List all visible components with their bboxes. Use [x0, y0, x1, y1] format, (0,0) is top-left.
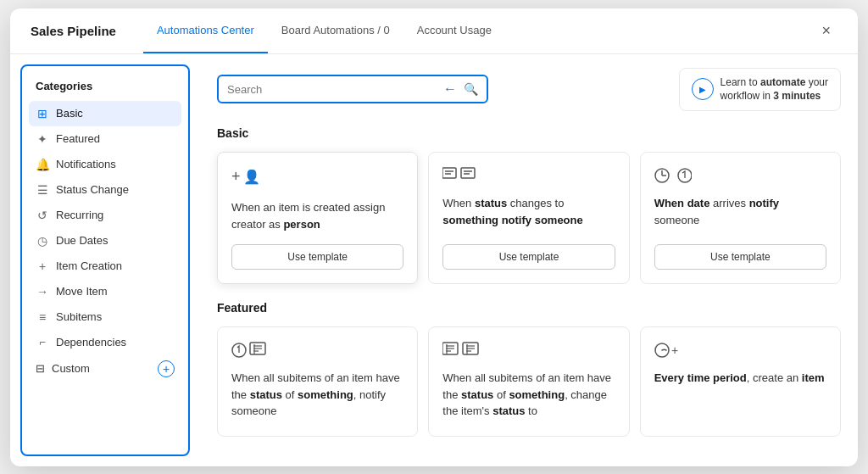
sidebar-item-basic[interactable]: ⊞ Basic — [29, 101, 181, 126]
automation-card-assign-creator[interactable]: + 👤 When an item is created assign creat… — [217, 152, 418, 284]
card-text-feat2: When all subitems of an item have the st… — [442, 370, 615, 420]
search-row: ← 🔍 ▶ Learn to automate yourworkflow in … — [217, 68, 841, 112]
sidebar-item-move-item[interactable]: → Move Item — [29, 279, 181, 304]
learn-box[interactable]: ▶ Learn to automate yourworkflow in 3 mi… — [679, 68, 841, 112]
learn-text: Learn to automate yourworkflow in 3 minu… — [721, 75, 828, 104]
card-icons-feat3: + — [654, 341, 826, 360]
automation-card-time-period[interactable]: + Every time period, create an item — [640, 326, 841, 437]
main-content: ← 🔍 ▶ Learn to automate yourworkflow in … — [200, 54, 858, 466]
svg-text:👤: 👤 — [243, 169, 260, 185]
bell-icon: 🔔 — [36, 158, 49, 171]
modal-header: Sales Pipeline Automations Center Board … — [10, 8, 858, 54]
card-text-date: When date arrives notify someone — [654, 195, 826, 232]
search-input[interactable] — [227, 83, 437, 96]
tabs: Automations Center Board Automations / 0… — [143, 8, 815, 54]
list-icon: ☰ — [36, 183, 49, 197]
use-template-button-3[interactable]: Use template — [654, 244, 826, 270]
sidebar-item-subitems[interactable]: ≡ Subitems — [29, 304, 181, 330]
automation-card-status-notify[interactable]: When status changes to something notify … — [428, 152, 629, 284]
basic-grid: + 👤 When an item is created assign creat… — [217, 152, 841, 284]
featured-grid: When all subitems of an item have the st… — [217, 326, 841, 437]
card-icons-status — [442, 166, 615, 185]
sidebar-item-custom[interactable]: ⊟ Custom + — [29, 354, 181, 383]
card-icons-feat1 — [231, 341, 403, 360]
sidebar-item-due-dates[interactable]: ◷ Due Dates — [29, 228, 181, 254]
subitems-icon: ≡ — [36, 310, 49, 324]
card-text-assign: When an item is created assign creator a… — [231, 199, 403, 232]
play-button[interactable]: ▶ — [692, 78, 714, 100]
sidebar-item-featured[interactable]: ✦ Featured — [29, 126, 181, 152]
plus-icon: + — [36, 259, 49, 273]
svg-text:+: + — [231, 168, 241, 185]
sidebar-item-status-change[interactable]: ☰ Status Change — [29, 177, 181, 203]
automation-card-subitems-notify[interactable]: When all subitems of an item have the st… — [217, 326, 418, 437]
tab-automations-center[interactable]: Automations Center — [143, 8, 268, 54]
tab-account-usage[interactable]: Account Usage — [403, 8, 505, 54]
search-container: ← 🔍 — [217, 75, 488, 103]
modal-title: Sales Pipeline — [31, 24, 116, 38]
recurring-icon: ↺ — [36, 209, 49, 222]
arrow-icon: ← — [443, 81, 457, 97]
svg-rect-5 — [461, 168, 475, 178]
sidebar-item-dependencies[interactable]: ⌐ Dependencies — [29, 330, 181, 354]
modal-body: Categories ⊞ Basic ✦ Featured 🔔 Notifica… — [10, 54, 858, 466]
star-icon: ✦ — [36, 132, 49, 146]
card-icons-feat2 — [442, 341, 615, 360]
tab-board-automations[interactable]: Board Automations / 0 — [268, 8, 403, 54]
arrow-right-icon: → — [36, 285, 49, 298]
use-template-button-1[interactable]: Use template — [231, 244, 403, 270]
svg-rect-2 — [442, 168, 456, 178]
close-button[interactable]: × — [815, 19, 837, 43]
search-icon: 🔍 — [464, 82, 478, 96]
sidebar-item-notifications[interactable]: 🔔 Notifications — [29, 152, 181, 177]
card-text-feat1: When all subitems of an item have the st… — [231, 370, 403, 420]
sidebar-item-recurring[interactable]: ↺ Recurring — [29, 203, 181, 228]
custom-icon: ⊟ — [36, 362, 45, 375]
clock-icon: ◷ — [36, 234, 49, 248]
card-icons-date — [654, 166, 826, 185]
add-custom-button[interactable]: + — [158, 360, 175, 377]
section-label-basic: Basic — [217, 126, 841, 140]
card-text-status: When status changes to something notify … — [442, 195, 615, 232]
dependencies-icon: ⌐ — [36, 336, 49, 349]
section-label-featured: Featured — [217, 301, 841, 315]
card-icons-assign: + 👤 — [231, 166, 403, 189]
grid-icon: ⊞ — [36, 107, 49, 120]
use-template-button-2[interactable]: Use template — [442, 244, 615, 270]
sidebar-item-item-creation[interactable]: + Item Creation — [29, 254, 181, 279]
plus-person-icon: + 👤 — [231, 166, 260, 189]
svg-text:+: + — [671, 343, 678, 357]
sidebar-title: Categories — [29, 80, 181, 101]
sidebar: Categories ⊞ Basic ✦ Featured 🔔 Notifica… — [20, 64, 190, 456]
card-text-feat3: Every time period, create an item — [654, 370, 826, 387]
modal: Sales Pipeline Automations Center Board … — [10, 8, 858, 466]
automation-card-date-notify[interactable]: When date arrives notify someone Use tem… — [640, 152, 841, 284]
automation-card-subitems-change[interactable]: When all subitems of an item have the st… — [428, 326, 629, 437]
